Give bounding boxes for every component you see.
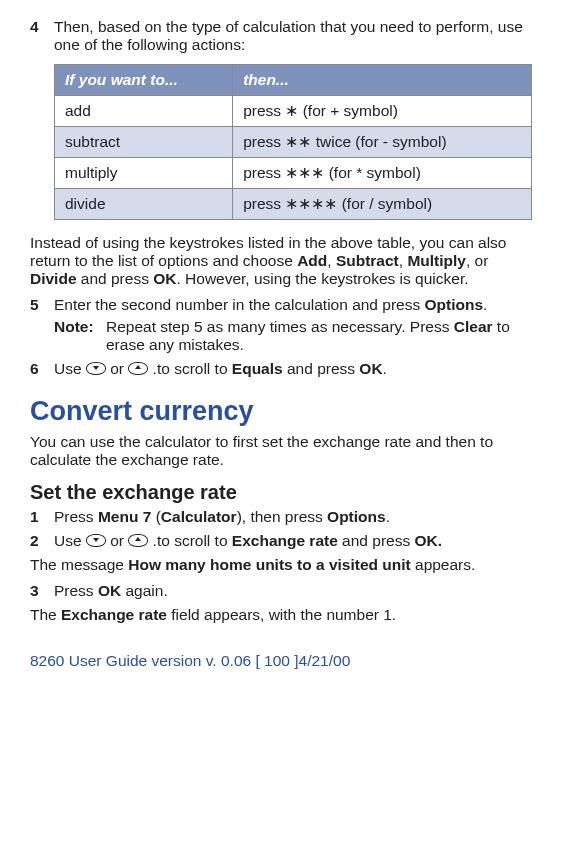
table-header: then... — [233, 65, 532, 96]
scroll-down-icon — [86, 362, 106, 375]
currency-step-2: 2 Use or .to scroll to Exchange rate and… — [30, 532, 532, 550]
table-header: If you want to... — [55, 65, 233, 96]
table-cell: press ∗∗ twice (for - symbol) — [233, 127, 532, 158]
table-cell: press ∗∗∗ (for * symbol) — [233, 158, 532, 189]
step-number: 1 — [30, 508, 54, 526]
page-footer: 8260 User Guide version v. 0.06 [ 100 ]4… — [30, 652, 532, 670]
note-label: Note: — [54, 318, 106, 354]
step-body: Press OK again. — [54, 582, 532, 600]
step-6: 6 Use or .to scroll to Equals and press … — [30, 360, 532, 378]
table-cell: multiply — [55, 158, 233, 189]
table-row: divide press ∗∗∗∗ (for / symbol) — [55, 189, 532, 220]
subheading-set-exchange-rate: Set the exchange rate — [30, 481, 532, 504]
table-header-row: If you want to... then... — [55, 65, 532, 96]
step-4: 4 Then, based on the type of calculation… — [30, 18, 532, 54]
paragraph: The message How many home units to a vis… — [30, 556, 532, 574]
currency-step-3: 3 Press OK again. — [30, 582, 532, 600]
table-row: subtract press ∗∗ twice (for - symbol) — [55, 127, 532, 158]
table-cell: divide — [55, 189, 233, 220]
currency-step-1: 1 Press Menu 7 (Calculator), then press … — [30, 508, 532, 526]
step-number: 2 — [30, 532, 54, 550]
step-body: Enter the second number in the calculati… — [54, 296, 532, 354]
step-body: Use or .to scroll to Equals and press OK… — [54, 360, 532, 378]
scroll-up-icon — [128, 362, 148, 375]
table-cell: press ∗ (for + symbol) — [233, 96, 532, 127]
step-body: Use or .to scroll to Exchange rate and p… — [54, 532, 532, 550]
table-cell: press ∗∗∗∗ (for / symbol) — [233, 189, 532, 220]
table-cell: subtract — [55, 127, 233, 158]
table-cell: add — [55, 96, 233, 127]
step-5: 5 Enter the second number in the calcula… — [30, 296, 532, 354]
scroll-down-icon — [86, 534, 106, 547]
paragraph: Instead of using the keystrokes listed i… — [30, 234, 532, 288]
scroll-up-icon — [128, 534, 148, 547]
paragraph: The Exchange rate field appears, with th… — [30, 606, 532, 624]
operations-table: If you want to... then... add press ∗ (f… — [54, 64, 532, 220]
table-row: add press ∗ (for + symbol) — [55, 96, 532, 127]
step-body: Then, based on the type of calculation t… — [54, 18, 532, 54]
section-heading-convert-currency: Convert currency — [30, 396, 532, 427]
paragraph: You can use the calculator to first set … — [30, 433, 532, 469]
table-row: multiply press ∗∗∗ (for * symbol) — [55, 158, 532, 189]
step-number: 3 — [30, 582, 54, 600]
note-text: Repeat step 5 as many times as necessary… — [106, 318, 532, 354]
step-number: 6 — [30, 360, 54, 378]
step-body: Press Menu 7 (Calculator), then press Op… — [54, 508, 532, 526]
note: Note: Repeat step 5 as many times as nec… — [54, 318, 532, 354]
step-number: 4 — [30, 18, 54, 54]
page: 4 Then, based on the type of calculation… — [0, 0, 562, 688]
step-number: 5 — [30, 296, 54, 354]
